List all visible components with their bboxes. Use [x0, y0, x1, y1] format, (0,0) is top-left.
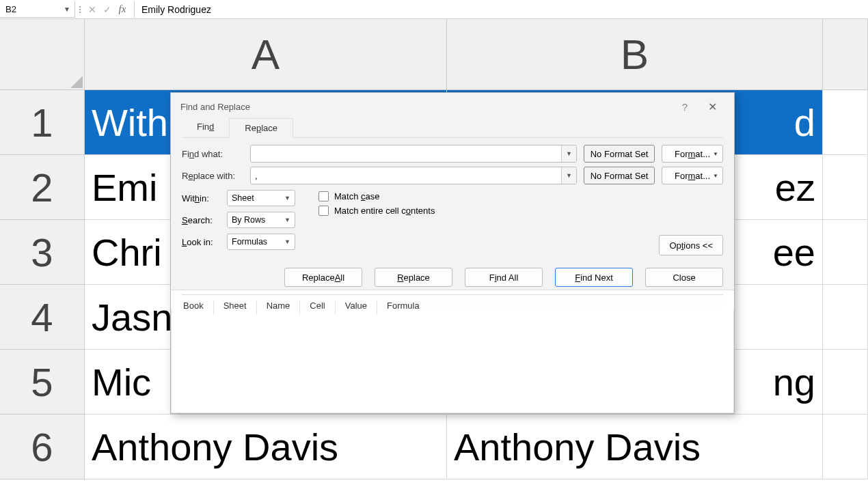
tab-find[interactable]: Find [182, 117, 229, 137]
row-header-5[interactable]: 5 [0, 350, 85, 415]
checkbox-icon [318, 191, 329, 201]
replace-format-preview: No Format Set [584, 167, 655, 184]
row-header-4[interactable]: 4 [0, 285, 85, 350]
results-col-book[interactable]: Book [182, 301, 214, 315]
search-label: Search: [182, 215, 227, 225]
cell-c4[interactable] [823, 285, 868, 350]
find-replace-dialog: Find and Replace ? ✕ Find Replace Find w… [170, 92, 735, 414]
help-icon[interactable]: ? [671, 101, 699, 113]
replace-all-button[interactable]: Replace All [284, 268, 362, 287]
within-select[interactable]: Sheet▼ [227, 190, 295, 206]
replace-with-input[interactable]: , ▼ [250, 167, 577, 184]
formula-input[interactable]: Emily Rodriguez [134, 1, 868, 18]
search-select[interactable]: By Rows▼ [227, 212, 295, 228]
chevron-down-icon[interactable]: ▼ [561, 167, 576, 184]
results-col-sheet[interactable]: Sheet [222, 301, 257, 315]
lookin-select[interactable]: Formulas▼ [227, 234, 295, 250]
chevron-down-icon[interactable]: ▼ [561, 145, 576, 162]
column-header-b[interactable]: B [447, 19, 823, 90]
replace-format-button[interactable]: Format...▼ [662, 167, 723, 184]
tab-replace[interactable]: Replace [229, 118, 293, 138]
name-box[interactable]: B2 ▼ [0, 1, 75, 18]
find-what-label: Find what: [182, 149, 250, 159]
fx-icon[interactable]: fx [115, 2, 130, 17]
checkbox-icon [318, 206, 329, 216]
formula-bar: B2 ▼ ✕ ✓ fx Emily Rodriguez [0, 0, 868, 19]
find-all-button[interactable]: Find All [465, 268, 543, 287]
find-format-preview: No Format Set [584, 145, 655, 163]
find-next-button[interactable]: Find Next [555, 268, 633, 287]
dialog-titlebar[interactable]: Find and Replace ? ✕ [171, 93, 734, 120]
cell-a6[interactable]: Anthony Davis [85, 415, 447, 479]
select-all-corner[interactable] [0, 19, 85, 90]
find-format-button[interactable]: Format...▼ [662, 145, 723, 163]
column-header-a[interactable]: A [85, 19, 447, 90]
within-label: Within: [182, 193, 227, 204]
results-col-cell[interactable]: Cell [308, 301, 335, 315]
close-button[interactable]: Close [645, 268, 723, 287]
match-case-checkbox[interactable]: Match case [318, 191, 723, 201]
row-header-1[interactable]: 1 [0, 90, 85, 155]
chevron-down-icon: ▼ [284, 238, 290, 245]
column-header-extra[interactable] [823, 19, 868, 90]
options-button[interactable]: Options << [659, 235, 723, 255]
name-box-value: B2 [5, 4, 16, 14]
cell-c1[interactable] [823, 90, 868, 155]
dialog-title: Find and Replace [180, 102, 671, 112]
cell-b6[interactable]: Anthony Davis [447, 415, 823, 479]
row-header-2[interactable]: 2 [0, 155, 85, 220]
results-col-formula[interactable]: Formula [385, 301, 429, 315]
cancel-icon[interactable]: ✕ [85, 2, 100, 17]
cell-c3[interactable] [823, 220, 868, 285]
cell-c5[interactable] [823, 350, 868, 415]
chevron-down-icon: ▼ [284, 195, 290, 201]
confirm-icon[interactable]: ✓ [100, 2, 115, 17]
replace-button[interactable]: Replace [375, 268, 452, 287]
cell-c6[interactable] [823, 415, 868, 479]
match-entire-checkbox[interactable]: Match entire cell contents [318, 206, 723, 216]
close-icon[interactable]: ✕ [699, 100, 726, 113]
chevron-down-icon: ▼ [284, 216, 290, 223]
caret-down-icon: ▼ [713, 151, 718, 157]
separator-dots [78, 6, 82, 13]
row-header-6[interactable]: 6 [0, 415, 85, 479]
results-col-value[interactable]: Value [344, 301, 377, 315]
cell-c2[interactable] [823, 155, 868, 220]
results-col-name[interactable]: Name [265, 301, 301, 315]
results-list[interactable] [171, 309, 734, 413]
row-header-3[interactable]: 3 [0, 220, 85, 285]
lookin-label: Look in: [182, 237, 227, 247]
dialog-tabs: Find Replace [182, 117, 723, 138]
caret-down-icon: ▼ [713, 173, 718, 179]
find-what-input[interactable]: ▼ [250, 145, 577, 163]
chevron-down-icon: ▼ [64, 5, 70, 13]
replace-with-label: Replace with: [182, 171, 250, 181]
